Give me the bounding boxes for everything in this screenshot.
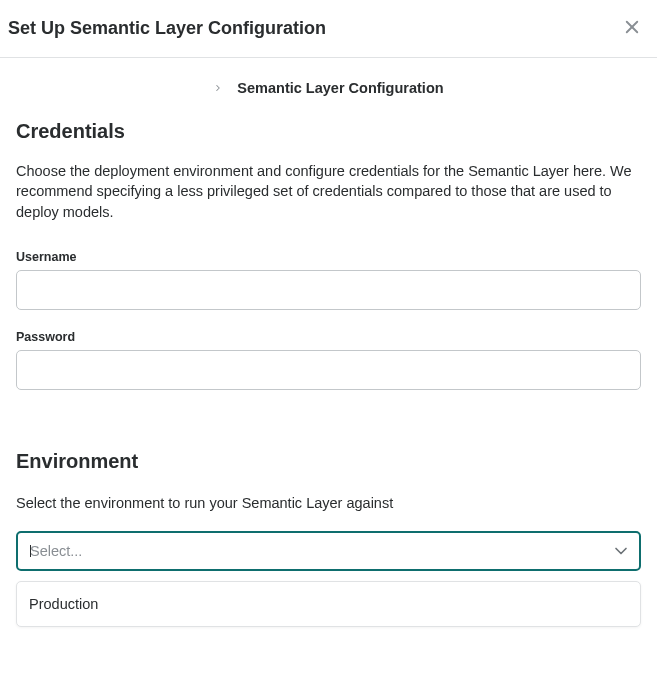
chevron-down-icon: [603, 537, 631, 565]
environment-heading: Environment: [16, 450, 641, 473]
chevron-right-icon: [213, 83, 223, 93]
breadcrumb: Semantic Layer Configuration: [0, 58, 657, 116]
environment-option-production[interactable]: Production: [17, 586, 640, 622]
environment-help-text: Select the environment to run your Seman…: [16, 493, 641, 513]
username-input[interactable]: [16, 270, 641, 310]
environment-select-placeholder: Select...: [30, 543, 82, 559]
credentials-help-text: Choose the deployment environment and co…: [16, 161, 641, 222]
breadcrumb-current: Semantic Layer Configuration: [237, 80, 443, 96]
username-label: Username: [16, 250, 641, 264]
environment-select-wrapper: Select... Production: [16, 531, 641, 627]
dialog-title: Set Up Semantic Layer Configuration: [8, 18, 326, 39]
close-icon: [623, 18, 641, 39]
environment-select-menu: Production: [16, 581, 641, 627]
dialog-content: Credentials Choose the deployment enviro…: [0, 120, 657, 627]
close-button[interactable]: [619, 14, 645, 43]
environment-select[interactable]: Select...: [16, 531, 641, 571]
password-input[interactable]: [16, 350, 641, 390]
password-label: Password: [16, 330, 641, 344]
credentials-heading: Credentials: [16, 120, 641, 143]
dialog-header: Set Up Semantic Layer Configuration: [0, 0, 657, 58]
